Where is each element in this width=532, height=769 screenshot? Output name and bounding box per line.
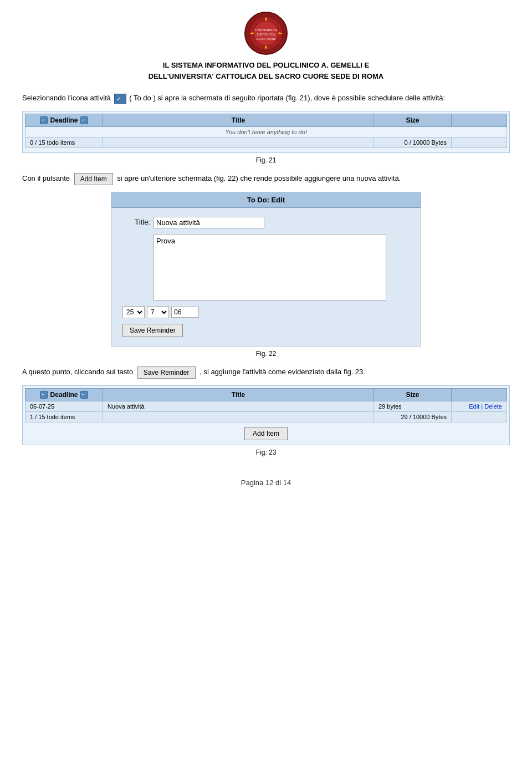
intro-text: Selezionando l'icona attività ( To do ) …	[22, 93, 510, 104]
fig21-footer-action	[452, 137, 507, 147]
deadline-sort-icon2[interactable]	[80, 116, 88, 124]
university-logo: UNIVERSITA CATTOLICA SACRO CUORE	[244, 11, 288, 55]
fig23-caption: Fig. 23	[22, 449, 510, 456]
fig23-size-header: Size	[374, 388, 452, 401]
page-footer-text: Pagina 12 di 14	[241, 478, 291, 487]
fig23-footer-right: 29 / 10000 Bytes	[374, 411, 452, 422]
fig23-table: Deadline Title Size 06-07-25 Nuova attiv…	[25, 388, 507, 422]
activity-icon	[114, 94, 126, 104]
fig23-row-deadline: 06-07-25	[25, 401, 103, 411]
intro-text-content: Selezionando l'icona attività	[22, 94, 113, 102]
fig23-footer-mid	[103, 411, 374, 422]
fig21-action-header	[452, 114, 507, 126]
fig22-textarea-row: Prova	[122, 234, 410, 301]
page-header: UNIVERSITA CATTOLICA SACRO CUORE IL SIST…	[22, 11, 510, 82]
svg-text:CATTOLICA: CATTOLICA	[257, 33, 275, 36]
fig22-save-reminder-btn[interactable]: Save Reminder	[122, 324, 183, 337]
fig22-textarea-label	[122, 234, 150, 235]
fig22-body: Title: Prova 25 12345 678910 1112131415 …	[111, 208, 421, 346]
fig23-row-actions[interactable]: Edit | Delete	[452, 401, 507, 411]
fig21-title-header: Title	[103, 114, 374, 126]
fig23-deadline-header: Deadline	[25, 388, 103, 401]
fig23-data-row: 06-07-25 Nuova attività 29 bytes Edit | …	[25, 401, 507, 411]
intro-text-suffix: ( To do ) si apre la schermata di seguit…	[129, 94, 445, 102]
save-reminder-text-before: A questo punto, cliccando sul tasto	[22, 368, 133, 376]
fig22-month-select[interactable]: 7 123456 89101112	[147, 306, 169, 318]
fig21-footer-mid	[103, 137, 374, 147]
header-title-line2: DELL'UNIVERSITA' CATTOLICA DEL SACRO CUO…	[22, 71, 510, 82]
fig23-row-size: 29 bytes	[374, 401, 452, 411]
fig22-title-bar: To Do: Edit	[111, 192, 421, 208]
fig23-deadline-icon2[interactable]	[80, 391, 88, 399]
fig23-deadline-icon1[interactable]	[40, 391, 48, 399]
fig22-textarea[interactable]: Prova	[154, 234, 386, 301]
fig21-deadline-header: Deadline	[25, 114, 103, 126]
deadline-sort-icon[interactable]	[40, 116, 48, 124]
add-item-text-after: si apre un'ulteriore schermata (fig. 22)…	[117, 174, 401, 182]
fig23-add-item-button[interactable]: Add Item	[244, 427, 288, 440]
save-reminder-paragraph: A questo punto, cliccando sul tasto Save…	[22, 366, 510, 379]
fig21-wrapper: Deadline Title Size You don't have anyth…	[22, 111, 510, 153]
fig22-title-label: Title:	[122, 217, 150, 226]
fig23-title-header: Title	[103, 388, 374, 401]
fig23-add-item-container: Add Item	[25, 427, 507, 440]
fig23-wrapper: Deadline Title Size 06-07-25 Nuova attiv…	[22, 385, 510, 445]
fig21-footer-left: 0 / 15 todo items	[25, 137, 103, 147]
fig21-caption: Fig. 21	[22, 156, 510, 164]
add-item-paragraph: Con il pulsante Add Item si apre un'ulte…	[22, 173, 510, 185]
add-item-button-inline[interactable]: Add Item	[74, 173, 113, 185]
fig22-title-row: Title:	[122, 217, 410, 228]
fig21-empty-row: You don't have anything to do!	[25, 126, 507, 137]
fig21-size-header: Size	[374, 114, 452, 126]
svg-text:SACRO CUORE: SACRO CUORE	[257, 38, 276, 40]
add-item-text-before: Con il pulsante	[22, 174, 70, 182]
fig23-footer-row: 1 / 15 todo items 29 / 10000 Bytes	[25, 411, 507, 422]
fig23-footer-action	[452, 411, 507, 422]
fig22-title-input[interactable]	[154, 217, 264, 228]
fig22-day-select[interactable]: 25 12345 678910 1112131415 1617181920 21…	[122, 306, 145, 318]
save-reminder-text-after: , si aggiunge l'attività come evidenziat…	[200, 368, 365, 376]
fig22-caption: Fig. 22	[22, 350, 510, 358]
fig22-year-input[interactable]	[171, 307, 199, 318]
fig21-footer-right: 0 / 10000 Bytes	[374, 137, 452, 147]
fig23-footer-left: 1 / 15 todo items	[25, 411, 103, 422]
fig21-empty-message: You don't have anything to do!	[25, 126, 507, 137]
fig22-panel: To Do: Edit Title: Prova 25 12345 678910…	[111, 192, 421, 347]
fig23-row-title: Nuova attività	[103, 401, 374, 411]
save-reminder-inline-button[interactable]: Save Reminder	[137, 366, 196, 379]
fig21-table: Deadline Title Size You don't have anyth…	[25, 114, 507, 148]
fig22-date-row: 25 12345 678910 1112131415 1617181920 21…	[122, 306, 410, 318]
header-title-line1: IL SISTEMA INFORMATIVO DEL POLICLINICO A…	[22, 60, 510, 71]
page-footer: Pagina 12 di 14	[22, 478, 510, 487]
svg-text:UNIVERSITA: UNIVERSITA	[254, 28, 277, 32]
fig23-action-header	[452, 388, 507, 401]
fig21-footer-row: 0 / 15 todo items 0 / 10000 Bytes	[25, 137, 507, 147]
